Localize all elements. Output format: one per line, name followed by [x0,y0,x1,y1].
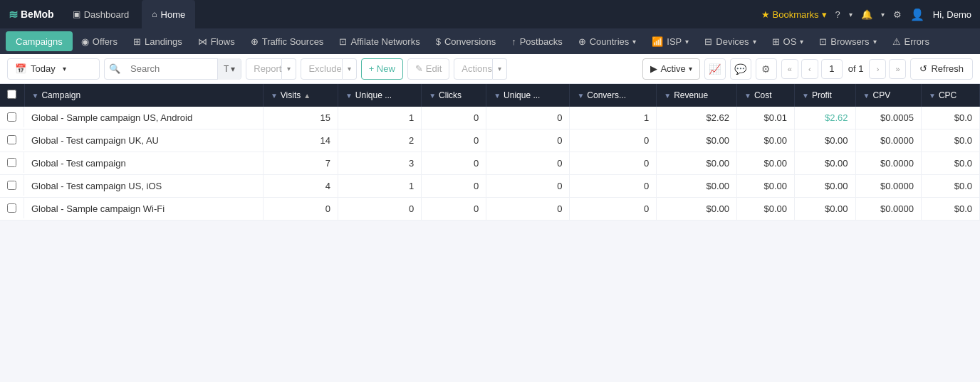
filter-visits-icon: ▼ [271,92,278,100]
cell-conversions: 0 [570,175,657,198]
header-visits[interactable]: ▼ Visits ▲ [263,84,338,107]
table-row: Global - Test campaign 7 3 0 0 0 $0.00 $… [0,152,980,175]
row-checkbox-cell[interactable] [0,107,24,127]
header-cpv[interactable]: ▼ CPV [855,84,921,107]
cell-cost: $0.01 [737,107,795,129]
nav-errors-label: Errors [905,36,929,47]
cell-unique2: 0 [486,129,570,152]
cell-cpc: $0.0 [922,198,980,221]
nav-countries-label: Countries [590,36,630,47]
header-cost[interactable]: ▼ Cost [737,84,795,107]
chart-button[interactable]: 📈 [704,58,726,80]
row-checkbox[interactable] [7,112,16,122]
cell-unique2: 0 [486,198,570,221]
active-status-button[interactable]: ▶ Active ▾ [642,58,699,80]
notification-icon[interactable]: 🔔 [861,9,872,20]
filter-conversions-icon: ▼ [577,92,584,100]
bookmarks-button[interactable]: ★ Bookmarks ▾ [761,9,827,20]
active-arrow-icon: ▾ [689,65,692,73]
cell-revenue: $2.62 [657,107,737,129]
nav-affiliate-networks[interactable]: ⊡ Affilate Networks [332,28,427,54]
page-number-input[interactable] [821,59,843,79]
cell-profit: $0.00 [795,129,856,152]
row-checkbox[interactable] [7,158,16,167]
nav-isp[interactable]: 📶 ISP ▾ [645,28,696,54]
actions-button[interactable]: Actions [454,58,493,80]
tab-dashboard[interactable]: ▣ Dashboard [63,0,140,28]
select-all-checkbox[interactable] [7,90,16,99]
refresh-icon: ↺ [919,63,927,74]
exclude-label: Exclude [308,63,341,74]
row-checkbox-cell[interactable] [0,175,24,196]
nav-postbacks[interactable]: ↑ Postbacks [504,28,569,54]
header-revenue[interactable]: ▼ Revenue [657,84,737,107]
row-checkbox-cell[interactable] [0,152,24,173]
filter-cost-icon: ▼ [744,92,751,100]
nav-countries[interactable]: ⊕ Countries ▾ [571,28,644,54]
nav-conversions[interactable]: $ Conversions [429,28,504,54]
row-checkbox-cell[interactable] [0,198,24,218]
row-checkbox[interactable] [7,135,16,144]
nav-affiliate-label: Affilate Networks [350,36,419,47]
cell-cpc: $0.0 [922,152,980,175]
date-picker[interactable]: 📅 Today ▾ [7,58,100,80]
nav-errors[interactable]: ⚠ Errors [885,28,937,54]
report-button[interactable]: Report [246,58,282,80]
header-unique1[interactable]: ▼ Unique ... [338,84,421,107]
nav-traffic-sources[interactable]: ⊕ Traffic Sources [244,28,331,54]
campaigns-button[interactable]: Campaigns [6,31,73,51]
search-box[interactable]: 🔍 T ▾ [104,58,241,80]
prev-page-button[interactable]: ‹ [801,59,818,79]
header-unique2[interactable]: ▼ Unique ... [486,84,570,107]
nav-browsers[interactable]: ⊡ Browsers ▾ [812,28,883,54]
edit-button[interactable]: ✎ Edit [407,58,449,80]
filter-type-button[interactable]: T ▾ [217,58,241,80]
cell-visits: 7 [263,152,338,175]
header-campaign[interactable]: ▼ Campaign [24,84,263,107]
cell-cpv: $0.0000 [855,198,921,221]
nav-os[interactable]: ⊞ OS ▾ [765,28,811,54]
header-cpc[interactable]: ▼ CPC [922,84,980,107]
exclude-arrow-button[interactable]: ▾ [343,58,357,80]
comment-button[interactable]: 💬 [730,58,751,80]
row-checkbox[interactable] [7,203,16,213]
actions-label: Actions [462,63,492,74]
new-button[interactable]: + New [361,58,403,80]
table-row: Global - Sample campaign Wi-Fi 0 0 0 0 0… [0,198,980,221]
play-icon: ▶ [650,63,657,74]
countries-icon: ⊕ [578,36,586,47]
filter-revenue-icon: ▼ [664,92,671,100]
nav-isp-label: ISP [667,36,682,47]
header-conversions[interactable]: ▼ Convers... [570,84,657,107]
bookmarks-label: Bookmarks [773,9,819,20]
tab-home[interactable]: ⌂ Home [142,0,195,28]
cell-campaign: Global - Test campaign [24,152,263,175]
bookmarks-arrow-icon: ▾ [822,9,827,20]
help-icon[interactable]: ? [835,9,840,20]
nav-flows[interactable]: ⋈ Flows [191,28,242,54]
search-input[interactable] [125,63,217,74]
refresh-button[interactable]: ↺ Refresh [910,58,973,80]
next-page-button[interactable]: › [869,59,886,79]
actions-arrow-button[interactable]: ▾ [493,58,507,80]
header-checkbox-cell[interactable] [0,84,24,107]
cell-revenue: $0.00 [657,198,737,221]
report-arrow-button[interactable]: ▾ [282,58,296,80]
first-page-button[interactable]: « [781,59,798,79]
row-checkbox[interactable] [7,181,16,190]
nav-landings[interactable]: ⊞ Landings [126,28,189,54]
row-checkbox-cell[interactable] [0,129,24,150]
nav-offers[interactable]: ◉ Offers [74,28,125,54]
table-row: Global - Sample campaign US, Android 15 … [0,107,980,129]
top-nav-right: ★ Bookmarks ▾ ? ▾ 🔔 ▾ ⚙ 👤 Hi, Demo [761,8,971,21]
exclude-button[interactable]: Exclude [301,58,342,80]
cell-revenue: $0.00 [657,129,737,152]
last-page-button[interactable]: » [889,59,906,79]
nav-devices[interactable]: ⊟ Devices ▾ [697,28,763,54]
header-profit[interactable]: ▼ Profit [795,84,856,107]
settings-icon[interactable]: ⚙ [893,9,902,20]
nav-traffic-sources-label: Traffic Sources [262,36,324,47]
cell-campaign: Global - Test campaign US, iOS [24,175,263,198]
header-clicks[interactable]: ▼ Clicks [422,84,486,107]
column-settings-button[interactable]: ⚙ [756,58,777,80]
